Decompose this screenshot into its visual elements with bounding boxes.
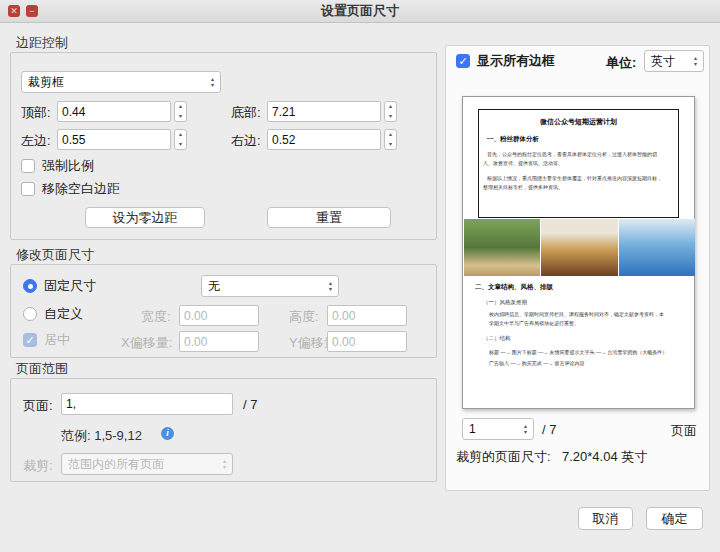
close-icon[interactable]: ✕ — [8, 5, 20, 17]
page-total-text: / 7 — [243, 397, 257, 412]
select-arrows-icon: ▴▾ — [323, 280, 338, 292]
margin-control-group-label: 边距控制 — [16, 34, 68, 52]
constrain-proportions-label: 强制比例 — [42, 157, 94, 175]
resize-group-label: 修改页面尺寸 — [16, 246, 94, 264]
preview-page-select[interactable]: 1 ▴▾ — [462, 418, 534, 440]
left-margin-input[interactable] — [57, 129, 171, 150]
unit-select[interactable]: 英寸 ▴▾ — [644, 50, 704, 72]
select-arrows-icon: ▴▾ — [518, 423, 533, 435]
bottom-margin-stepper[interactable]: ▴▾ — [384, 101, 397, 122]
remove-blank-margins-checkbox[interactable]: 移除空白边距 — [21, 180, 120, 198]
checkbox-box: ✓ — [23, 333, 37, 347]
center-label: 居中 — [44, 331, 70, 349]
checkbox-box[interactable] — [21, 159, 35, 173]
fixed-size-select[interactable]: 无 ▴▾ — [201, 275, 339, 297]
select-arrows-icon: ▴▾ — [217, 458, 232, 470]
photo-palm-beach — [464, 219, 540, 276]
left-margin-label: 左边: — [21, 132, 51, 150]
checkbox-box[interactable] — [21, 182, 35, 196]
crop-scope-select: 范围内的所有页面 ▴▾ — [61, 453, 233, 475]
stepper-up-icon[interactable]: ▴ — [385, 130, 396, 140]
page-range-group-label: 页面范围 — [16, 360, 68, 378]
doc-section-1: 一、粉丝群体分析 — [487, 135, 539, 144]
preview-page-word: 页面 — [671, 422, 697, 440]
cropped-size-value: 7.20*4.04 英寸 — [562, 448, 647, 466]
height-input — [327, 305, 407, 326]
box-type-select[interactable]: 裁剪框 ▴▾ — [21, 71, 221, 93]
checkbox-box[interactable]: ✓ — [456, 54, 470, 68]
radio-dot[interactable] — [23, 279, 37, 293]
right-margin-label: 右边: — [231, 132, 261, 150]
info-icon[interactable]: i — [161, 427, 174, 440]
select-arrows-icon: ▴▾ — [205, 76, 220, 88]
width-label: 宽度: — [141, 308, 171, 326]
fixed-size-value: 无 — [202, 278, 323, 295]
left-margin-stepper[interactable]: ▴▾ — [174, 129, 187, 150]
doc-section-2: 二、文章结构、风格、排版 — [475, 283, 553, 292]
stepper-up-icon[interactable]: ▴ — [385, 102, 396, 112]
cropped-size-label: 裁剪的页面尺寸: — [456, 448, 551, 466]
preview-page-total: / 7 — [542, 422, 556, 437]
show-all-boxes-checkbox[interactable]: ✓ 显示所有边框 — [456, 52, 555, 70]
height-label: 高度: — [289, 308, 319, 326]
doc-paragraph-line: 根据以上情况，重点围绕主要学生群体覆盖，针对重点推送内容深度短期目标， — [487, 175, 674, 181]
doc-subsection: （二）结构 — [483, 335, 511, 342]
doc-subsection: （一）风格及推期 — [483, 299, 527, 306]
doc-body-line: 学期文中早与广告布局模块化进行重整。 — [489, 320, 684, 326]
top-margin-stepper[interactable]: ▴▾ — [174, 101, 187, 122]
width-input — [179, 305, 259, 326]
doc-paragraph-line: 入、改善宣传、提供资讯、活动等。 — [483, 160, 674, 166]
right-margin-stepper[interactable]: ▴▾ — [384, 129, 397, 150]
preview-page-value: 1 — [463, 422, 518, 436]
resize-group: 固定尺寸 无 ▴▾ 自定义 宽度: 高度: ✓ 居中 X偏移量: Y偏移量: — [10, 264, 437, 358]
fixed-size-label: 固定尺寸 — [44, 277, 96, 295]
page-range-input[interactable] — [61, 393, 233, 415]
page-range-example: 范例: 1,5-9,12 — [61, 427, 142, 445]
page-label: 页面: — [23, 397, 53, 415]
set-zero-margins-button[interactable]: 设为零边距 — [85, 207, 205, 228]
preview-page: 微信公众号短期运营计划 一、粉丝群体分析 首先，公众号的粉丝定位思考，看看具体群… — [462, 96, 695, 409]
stepper-up-icon[interactable]: ▴ — [175, 130, 186, 140]
minimize-icon[interactable]: − — [26, 5, 38, 17]
ok-button[interactable]: 确定 — [646, 507, 703, 530]
doc-paragraph-line: 整理相关目标专栏，提供多种资讯。 — [483, 184, 674, 190]
bottom-margin-input[interactable] — [267, 101, 381, 122]
stepper-down-icon[interactable]: ▾ — [175, 112, 186, 122]
preview-panel: ✓ 显示所有边框 单位: 英寸 ▴▾ 微信公众号短期运营计划 一、粉丝群体分析 … — [445, 45, 710, 491]
crop-scope-value: 范围内的所有页面 — [62, 456, 217, 473]
custom-size-radio[interactable]: 自定义 — [23, 305, 83, 323]
doc-body-line: 广告输入 —→ 购买完成 —→ 留言评论内容 — [489, 360, 686, 366]
center-checkbox: ✓ 居中 — [23, 331, 70, 349]
doc-body-line: 标题 —→ 图片下标题 —→ 友情简要提示文字头 —→ 台湾景学团购（大概条件） — [489, 349, 686, 355]
crop-label: 裁剪: — [23, 457, 53, 475]
remove-blank-margins-label: 移除空白边距 — [42, 180, 120, 198]
titlebar: ✕ − 设置页面尺寸 — [0, 0, 720, 23]
unit-value: 英寸 — [645, 53, 688, 70]
fixed-size-radio[interactable]: 固定尺寸 — [23, 277, 96, 295]
right-margin-input[interactable] — [267, 129, 381, 150]
doc-body-line: 校内招聘信息、学期时间宣传栏目、课程服务时间对齐，确定文献参考资料，本 — [489, 311, 684, 317]
bottom-margin-label: 底部: — [231, 104, 261, 122]
photo-temple — [541, 219, 618, 276]
margin-control-group: 裁剪框 ▴▾ 顶部: ▴▾ 底部: ▴▾ 左边: ▴▾ 右边: ▴▾ 强制比例 … — [10, 52, 437, 240]
radio-dot[interactable] — [23, 307, 37, 321]
cancel-button[interactable]: 取消 — [578, 507, 633, 530]
stepper-down-icon[interactable]: ▾ — [385, 140, 396, 150]
x-offset-input — [179, 331, 259, 352]
x-offset-label: X偏移量: — [121, 334, 172, 352]
page-range-group: 页面: / 7 范例: 1,5-9,12 i 裁剪: 范围内的所有页面 ▴▾ — [10, 378, 437, 482]
stepper-down-icon[interactable]: ▾ — [385, 112, 396, 122]
doc-title: 微信公众号短期运营计划 — [463, 117, 694, 127]
top-margin-input[interactable] — [57, 101, 171, 122]
stepper-up-icon[interactable]: ▴ — [175, 102, 186, 112]
custom-size-label: 自定义 — [44, 305, 83, 323]
select-arrows-icon: ▴▾ — [688, 55, 703, 67]
photo-blue-sea — [619, 219, 695, 276]
constrain-proportions-checkbox[interactable]: 强制比例 — [21, 157, 94, 175]
window-title: 设置页面尺寸 — [0, 0, 720, 22]
box-type-value: 裁剪框 — [22, 74, 205, 91]
reset-button[interactable]: 重置 — [267, 207, 391, 228]
doc-paragraph-line: 首先，公众号的粉丝定位思考，看看具体群体定位分析，过渡入群体智能的切 — [487, 151, 674, 157]
stepper-down-icon[interactable]: ▾ — [175, 140, 186, 150]
y-offset-input — [327, 331, 407, 352]
